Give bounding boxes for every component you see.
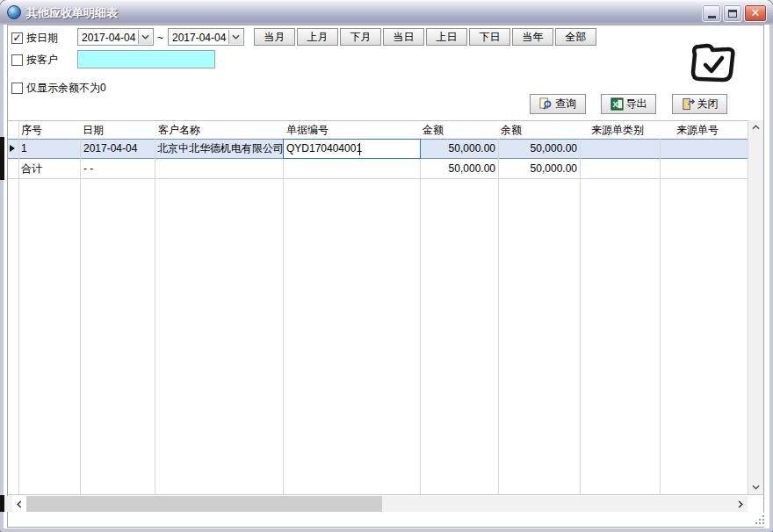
quick-button-next-month[interactable]: 下月 (340, 28, 381, 46)
date-from-combobox[interactable]: 2017-04-04 (77, 28, 154, 46)
grid-line (420, 139, 421, 494)
window-sphere-icon (7, 5, 21, 19)
date-from-value: 2017-04-04 (82, 32, 135, 44)
maximize-button[interactable] (723, 4, 742, 22)
scroll-up-icon[interactable] (748, 120, 763, 134)
app-window: 其他应收单明细表 ✕ ✓ 按日期 2017-04-04 ~ 2017-04-04… (0, 0, 773, 532)
column-header-source-type[interactable]: 来源单类别 (591, 123, 644, 138)
grid-line (498, 139, 499, 494)
grid-top-border (8, 120, 748, 121)
cell-balance: 50,000.00 (498, 139, 577, 159)
doc-no-cell-editor[interactable]: QYD170404001 (283, 139, 421, 159)
chevron-down-icon[interactable] (228, 30, 242, 44)
nonzero-only-label: 仅显示余额不为0 (26, 81, 106, 96)
column-header-date[interactable]: 日期 (83, 123, 104, 138)
scroll-right-icon[interactable] (733, 496, 748, 512)
vertical-scrollbar[interactable] (748, 120, 763, 494)
current-row-marker-icon (10, 145, 15, 152)
doc-no-editor-value: QYD170404001 (286, 140, 362, 158)
grid-line (660, 139, 661, 494)
total-date: - - (83, 159, 154, 179)
grid-line (283, 139, 284, 494)
total-amount: 50,000.00 (420, 159, 495, 179)
customer-filter-input[interactable] (77, 50, 215, 68)
by-date-label: 按日期 (26, 31, 58, 46)
query-button[interactable]: 查询 (530, 94, 586, 114)
date-to-value: 2017-04-04 (172, 32, 226, 44)
cell-seq: 1 (21, 139, 74, 159)
export-button-label: 导出 (626, 97, 647, 111)
horizontal-scrollbar[interactable] (4, 496, 748, 512)
grid-line (18, 120, 19, 494)
status-strip (8, 513, 764, 527)
column-header-customer[interactable]: 客户名称 (158, 123, 200, 138)
nonzero-only-checkbox[interactable]: 仅显示余额不为0 (11, 81, 106, 96)
quick-button-current-day[interactable]: 当日 (383, 28, 424, 46)
text-cursor (359, 143, 360, 155)
svg-text:X: X (612, 100, 618, 109)
excel-icon: X (610, 97, 624, 111)
total-balance: 50,000.00 (498, 159, 577, 179)
export-button[interactable]: X 导出 (601, 94, 656, 114)
quick-button-next-day[interactable]: 下日 (469, 28, 510, 46)
resize-grip[interactable] (755, 515, 766, 526)
column-header-seq[interactable]: 序号 (21, 123, 42, 138)
folder-check-icon (688, 40, 737, 91)
by-customer-checkbox[interactable]: 按客户 (11, 53, 58, 68)
column-header-source-no[interactable]: 来源单号 (676, 123, 719, 138)
maximize-icon (728, 10, 737, 18)
grid-line (80, 139, 81, 494)
query-button-label: 查询 (555, 97, 576, 111)
scroll-left-icon[interactable] (12, 496, 26, 512)
by-date-checkbox[interactable]: ✓ 按日期 (11, 31, 58, 46)
window-title: 其他应收单明细表 (26, 5, 118, 21)
quick-button-prev-month[interactable]: 上月 (297, 28, 338, 46)
cell-amount: 50,000.00 (420, 139, 495, 159)
grid-line (580, 139, 581, 494)
grid-line (155, 139, 155, 494)
left-edge-mark (0, 137, 4, 180)
titlebar[interactable]: 其他应收单明细表 ✕ (0, 0, 773, 25)
grid-bottom-border (8, 494, 764, 495)
quick-button-current-year[interactable]: 当年 (512, 28, 553, 46)
column-header-doc-no[interactable]: 单据编号 (286, 123, 329, 138)
close-icon: ✕ (751, 5, 761, 21)
cell-customer: 北京中北华德机电有限公司 (157, 139, 283, 159)
checkbox-unchecked-icon (11, 83, 23, 94)
close-window-button[interactable]: ✕ (744, 4, 767, 22)
close-button-label: 关闭 (697, 97, 719, 111)
range-separator: ~ (157, 32, 163, 44)
quick-button-prev-day[interactable]: 上日 (426, 28, 467, 46)
date-to-combobox[interactable]: 2017-04-04 (168, 28, 244, 46)
checkbox-checked-icon: ✓ (11, 32, 23, 44)
scroll-down-icon[interactable] (748, 480, 763, 494)
chevron-down-icon[interactable] (138, 30, 152, 44)
search-doc-icon (539, 97, 553, 111)
minimize-icon (708, 16, 716, 18)
close-button[interactable]: 关闭 (672, 94, 727, 114)
quick-button-current-month[interactable]: 当月 (254, 28, 295, 46)
hscrollbar-thumb[interactable] (26, 496, 382, 512)
exit-door-icon (682, 97, 695, 111)
cell-date: 2017-04-04 (83, 139, 154, 159)
column-header-amount[interactable]: 金额 (423, 123, 444, 138)
total-label: 合计 (21, 159, 74, 179)
quick-button-all[interactable]: 全部 (555, 28, 596, 46)
minimize-button[interactable] (702, 4, 721, 22)
checkbox-unchecked-icon (11, 54, 23, 66)
column-header-balance[interactable]: 余额 (501, 123, 522, 138)
by-customer-label: 按客户 (26, 53, 58, 68)
